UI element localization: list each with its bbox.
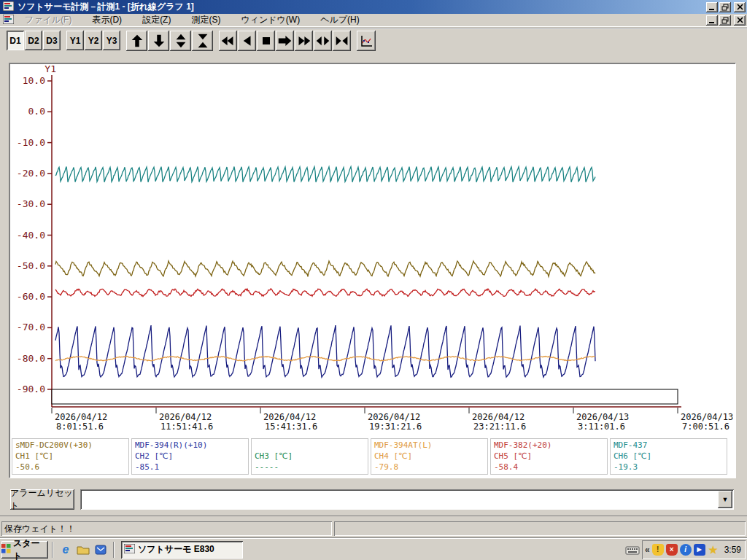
expand-vertical-button[interactable]	[170, 31, 191, 51]
alarm-combobox-field[interactable]	[80, 489, 734, 510]
mini-chart-icon	[359, 34, 374, 48]
step-back-button[interactable]	[238, 31, 256, 51]
svg-text:-30.0: -30.0	[17, 198, 45, 209]
svg-text:2026/04/13: 2026/04/13	[576, 412, 629, 422]
svg-text:3:11:01.6: 3:11:01.6	[578, 421, 625, 432]
minimize-button[interactable]	[706, 2, 718, 12]
legend-cell-ch4[interactable]: MDF-394AT(L)CH4 [℃]-79.8	[371, 438, 488, 475]
taskbar-clock: 3:59	[724, 545, 741, 555]
ch5-value: -58.4	[494, 462, 604, 472]
ch6-label: CH6 [℃]	[614, 451, 724, 462]
ch2-label: CH2 [℃]	[135, 451, 245, 462]
line-graph-panel: Y110.00.0-10.0-20.0-30.0-40.0-50.0-60.0-…	[9, 63, 736, 478]
channel-legend: sMDF-DC200V(+30)CH1 [℃]-50.6 MDF-394(R)(…	[12, 438, 734, 475]
ch5-name: MDF-382(+20)	[494, 440, 604, 451]
svg-text:0.0: 0.0	[28, 106, 45, 117]
d2-button[interactable]: D2	[25, 31, 42, 50]
info-balloon-icon[interactable]: i	[680, 544, 692, 556]
mdi-close-button[interactable]	[734, 15, 746, 26]
menu-window[interactable]: ウィンドウ(W)	[236, 13, 305, 27]
svg-text:-40.0: -40.0	[17, 230, 45, 241]
menu-view[interactable]: 表示(D)	[87, 13, 127, 27]
stop-square-icon	[260, 35, 272, 47]
menu-help[interactable]: ヘルプ(H)	[315, 13, 365, 27]
ch3-label: CH3 [℃]	[255, 451, 365, 462]
rewind-button[interactable]	[219, 31, 237, 51]
combobox-dropdown-button[interactable]: ▼	[718, 491, 732, 508]
internet-explorer-icon[interactable]: e	[58, 542, 73, 557]
mdi-minimize-button[interactable]	[706, 15, 718, 26]
status-bar: 保存ウェイト！！	[0, 519, 747, 538]
ch1-name: sMDF-DC200V(+30)	[15, 440, 125, 451]
play-forward-button[interactable]	[276, 31, 294, 51]
d3-button[interactable]: D3	[43, 31, 61, 50]
keyboard-icon[interactable]	[623, 542, 642, 558]
folder-icon[interactable]	[76, 542, 90, 557]
task-button-softthermo[interactable]: ソフトサーモ E830	[121, 541, 243, 559]
legend-cell-ch1[interactable]: sMDF-DC200V(+30)CH1 [℃]-50.6	[12, 438, 129, 475]
double-right-icon	[296, 34, 311, 47]
mdi-child-icon[interactable]	[3, 14, 14, 27]
menu-settings[interactable]: 設定(Z)	[137, 13, 176, 27]
mdi-restore-button[interactable]	[719, 15, 731, 26]
triangles-out-vertical-icon	[173, 33, 189, 49]
ch1-value: -50.6	[15, 462, 125, 472]
svg-text:-10.0: -10.0	[17, 137, 45, 148]
alarm-reset-button[interactable]: アラームリセット	[10, 489, 74, 510]
svg-text:11:51:41.6: 11:51:41.6	[160, 421, 213, 432]
ch2-name: MDF-394(R)(+10)	[135, 440, 245, 451]
legend-cell-ch6[interactable]: MDF-437CH6 [℃]-19.3	[610, 438, 727, 475]
d1-button[interactable]: D1	[7, 31, 24, 50]
restore-button[interactable]	[719, 2, 731, 12]
legend-cell-ch2[interactable]: MDF-394(R)(+10)CH2 [℃]-85.1	[131, 438, 249, 475]
svg-text:-20.0: -20.0	[17, 168, 45, 179]
ch6-name: MDF-437	[614, 440, 724, 451]
chevron-left-icon[interactable]: «	[645, 545, 650, 555]
menu-measure[interactable]: 測定(S)	[186, 13, 225, 27]
svg-text:2026/04/12: 2026/04/12	[263, 412, 316, 422]
line-chart: Y110.00.0-10.0-20.0-30.0-40.0-50.0-60.0-…	[9, 63, 735, 476]
scroll-down-button[interactable]	[148, 31, 169, 51]
fast-forward-button[interactable]	[295, 31, 313, 51]
taskbar-separator	[52, 542, 53, 558]
compress-horizontal-button[interactable]	[333, 31, 351, 51]
start-label: スタート	[13, 537, 48, 560]
alarm-combobox[interactable]: ▼	[80, 489, 734, 510]
chevron-down-icon: ▼	[722, 496, 729, 503]
y2-button[interactable]: Y2	[85, 31, 102, 50]
triangles-in-vertical-icon	[195, 33, 211, 49]
svg-text:2026/04/12: 2026/04/12	[472, 412, 525, 422]
app-icon	[124, 544, 135, 556]
graph-view-button[interactable]	[357, 31, 376, 51]
svg-text:-90.0: -90.0	[17, 384, 45, 394]
ch6-value: -19.3	[614, 462, 724, 472]
svg-text:8:01:51.6: 8:01:51.6	[56, 421, 104, 432]
svg-text:-70.0: -70.0	[17, 322, 45, 332]
close-button[interactable]	[734, 2, 746, 12]
stop-button[interactable]	[257, 31, 275, 51]
start-button[interactable]: スタート	[1, 541, 48, 559]
legend-cell-ch5[interactable]: MDF-382(+20)CH5 [℃]-58.4	[490, 438, 608, 475]
arrow-down-icon	[151, 33, 167, 49]
y1-button[interactable]: Y1	[66, 31, 84, 50]
system-tray: « ! × i ▶ ★ 3:59	[642, 540, 746, 559]
outlook-icon[interactable]	[93, 542, 108, 557]
taskbar-separator	[113, 542, 115, 558]
svg-text:Y1: Y1	[44, 63, 56, 74]
y3-button[interactable]: Y3	[103, 31, 120, 50]
scroll-up-button[interactable]	[126, 31, 147, 51]
ch4-name: MDF-394AT(L)	[374, 440, 484, 451]
double-left-icon	[220, 34, 236, 47]
security-warning-icon[interactable]: !	[652, 544, 664, 556]
media-play-icon[interactable]: ▶	[694, 544, 705, 556]
star-icon[interactable]: ★	[708, 544, 719, 556]
legend-cell-ch3[interactable]: CH3 [℃]-----	[251, 438, 368, 475]
menu-file[interactable]: ファイル(F)	[20, 13, 77, 27]
ch3-value: -----	[255, 462, 365, 472]
compress-vertical-button[interactable]	[192, 31, 213, 51]
security-error-icon[interactable]: ×	[666, 544, 678, 556]
svg-text:23:21:11.6: 23:21:11.6	[473, 421, 526, 432]
windows-logo-icon	[1, 544, 11, 556]
svg-text:15:41:31.6: 15:41:31.6	[265, 421, 317, 432]
expand-horizontal-button[interactable]	[314, 31, 332, 51]
